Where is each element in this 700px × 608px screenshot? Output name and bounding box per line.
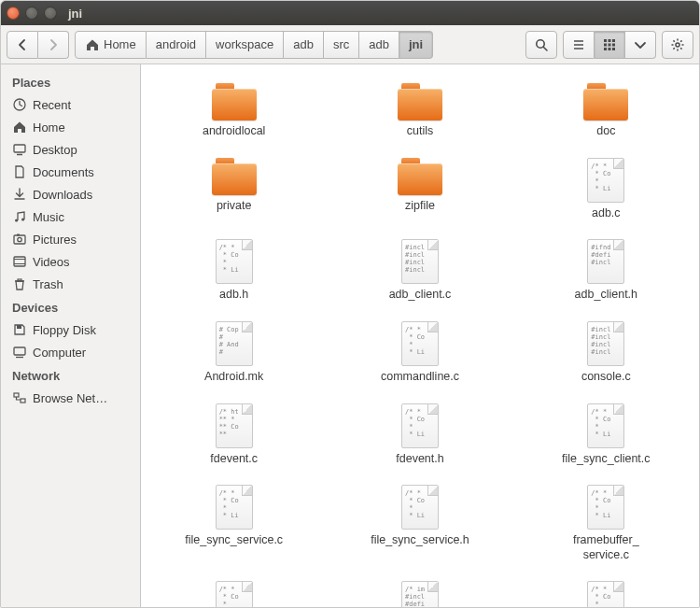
sidebar-item-label: Desktop (33, 143, 77, 157)
item-label: commandline.c (381, 370, 459, 385)
breadcrumb-segment[interactable]: adb (284, 31, 324, 59)
svg-rect-40 (21, 399, 25, 403)
file-icon: /* ht** *** Co** (216, 403, 253, 448)
breadcrumb-segment[interactable]: src (324, 31, 359, 59)
search-button[interactable] (525, 31, 557, 59)
sidebar-section-header: Devices (1, 295, 140, 318)
window-maximize-button[interactable] (44, 7, 57, 20)
icon-grid: androidlocalcutilsdocprivatezipfile/* * … (141, 64, 699, 607)
breadcrumb-segment[interactable]: android (147, 31, 206, 59)
folder-item[interactable]: zipfile (327, 150, 512, 233)
file-item[interactable]: /* * * Co * * Lilog_service.c (513, 573, 699, 607)
sidebar-item-label: Browse Net… (33, 391, 107, 405)
network-icon (12, 390, 27, 405)
document-icon (12, 164, 27, 179)
folder-item[interactable]: doc (513, 76, 699, 150)
sidebar-item-label: Home (33, 120, 65, 134)
svg-rect-24 (14, 145, 25, 152)
window-minimize-button[interactable] (25, 7, 38, 20)
window-close-button[interactable] (7, 7, 20, 20)
file-item[interactable]: # Cop## And#Android.mk (141, 314, 327, 396)
view-icons-button[interactable] (595, 31, 625, 59)
file-item[interactable]: /* im#incl#defi#incljdwp_service.c (327, 573, 512, 607)
main-body: PlacesRecentHomeDesktopDocumentsDownload… (1, 64, 699, 607)
grid-icon (602, 37, 617, 52)
svg-rect-9 (609, 43, 611, 46)
sidebar-item-label: Downloads (33, 188, 92, 202)
breadcrumb: Homeandroidworkspaceadbsrcadbjni (75, 31, 433, 59)
file-item[interactable]: /* * * Co * * Liadb.c (513, 150, 699, 233)
svg-point-14 (676, 43, 679, 47)
sidebar-item[interactable]: Recent (1, 93, 140, 116)
file-icon: #incl#incl#incl#incl (587, 321, 624, 366)
nav-buttons (7, 31, 69, 59)
breadcrumb-label: adb (293, 37, 314, 51)
svg-rect-28 (14, 235, 25, 244)
file-icon: #ifnd#defi#incl (587, 239, 624, 284)
file-item[interactable]: #incl#incl#incl#incladb_client.c (327, 232, 512, 314)
file-icon: /* * * Co * * Li (587, 581, 624, 607)
svg-point-26 (15, 219, 18, 221)
breadcrumb-segment[interactable]: adb (359, 31, 399, 59)
pictures-icon (12, 232, 27, 247)
svg-rect-13 (612, 48, 615, 50)
file-item[interactable]: /* ht** *** Co**fdevent.c (141, 396, 327, 478)
sidebar-item[interactable]: Music (1, 205, 140, 228)
titlebar[interactable]: jni (1, 1, 699, 25)
sidebar-item[interactable]: Computer (1, 341, 140, 363)
file-item[interactable]: /* * * Co * * Liadb.h (141, 232, 327, 314)
file-icon: /* * * Co * * Li (216, 485, 253, 530)
back-button[interactable] (7, 31, 38, 59)
svg-rect-8 (604, 43, 607, 46)
svg-line-1 (543, 47, 547, 50)
breadcrumb-label: android (156, 37, 196, 51)
sidebar-item[interactable]: Home (1, 116, 140, 138)
sidebar-item-label: Documents (33, 165, 94, 179)
folder-item[interactable]: androidlocal (141, 76, 327, 150)
breadcrumb-label: workspace (216, 37, 273, 51)
sidebar-item[interactable]: Downloads (1, 183, 140, 205)
sidebar-item[interactable]: Trash (1, 273, 140, 295)
sidebar-item[interactable]: Desktop (1, 138, 140, 161)
svg-point-29 (18, 237, 21, 241)
file-icon: /* * * Co * * Li (216, 239, 253, 284)
file-item[interactable]: #incl#incl#incl#inclconsole.c (513, 314, 699, 396)
file-item[interactable]: /* * * Co * * Liframebuffer_service.c (513, 477, 699, 573)
sidebar-item-label: Music (33, 210, 64, 224)
item-label: adb.c (592, 206, 621, 221)
trash-icon (12, 276, 27, 291)
file-item[interactable]: /* * * Co * * Liget_my_path_linux.c (141, 573, 327, 607)
sidebar-item[interactable]: Pictures (1, 228, 140, 250)
sidebar-item[interactable]: Floppy Disk (1, 318, 140, 341)
item-label: fdevent.h (396, 452, 443, 467)
chevron-down-icon (633, 37, 648, 52)
view-more-button[interactable] (625, 31, 656, 59)
sidebar-item[interactable]: Videos (1, 250, 140, 273)
svg-rect-36 (17, 325, 21, 329)
content-pane[interactable]: androidlocalcutilsdocprivatezipfile/* * … (141, 64, 699, 607)
sidebar-item[interactable]: Browse Net… (1, 387, 140, 409)
file-item[interactable]: /* * * Co * * Licommandline.c (327, 314, 512, 396)
file-item[interactable]: /* * * Co * * Lifile_sync_client.c (513, 396, 699, 478)
music-icon (12, 209, 27, 224)
settings-button[interactable] (662, 31, 693, 59)
breadcrumb-segment[interactable]: jni (399, 31, 433, 59)
item-label: doc (596, 124, 615, 139)
breadcrumb-segment[interactable]: workspace (206, 31, 284, 59)
forward-button[interactable] (38, 31, 69, 59)
gear-icon (670, 37, 685, 52)
file-item[interactable]: /* * * Co * * Lifile_sync_service.c (141, 477, 327, 573)
breadcrumb-segment[interactable]: Home (75, 31, 147, 59)
folder-item[interactable]: cutils (327, 76, 512, 150)
file-item[interactable]: /* * * Co * * Lifile_sync_service.h (327, 477, 512, 573)
svg-rect-10 (612, 43, 615, 46)
folder-item[interactable]: private (141, 150, 327, 233)
file-item[interactable]: /* * * Co * * Lifdevent.h (327, 396, 512, 478)
file-item[interactable]: #ifnd#defi#incladb_client.h (513, 232, 699, 314)
sidebar-item[interactable]: Documents (1, 161, 140, 183)
item-label: androidlocal (203, 124, 265, 139)
computer-icon (12, 345, 27, 360)
toolbar: Homeandroidworkspaceadbsrcadbjni (1, 25, 699, 64)
view-list-button[interactable] (563, 31, 595, 59)
home-icon (85, 37, 100, 52)
